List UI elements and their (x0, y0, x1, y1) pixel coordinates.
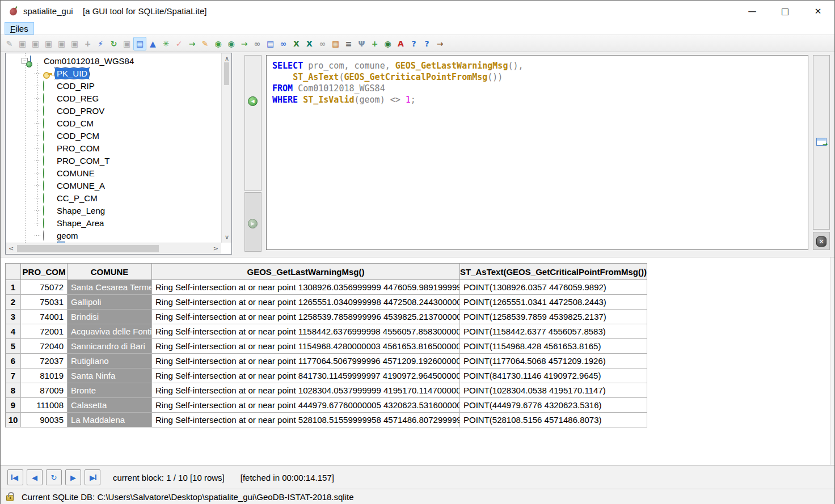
previous-block-button[interactable]: ◀ (27, 469, 43, 485)
column-header[interactable]: GEOS_GetLastWarningMsg() (152, 263, 460, 280)
point-cell[interactable]: POINT(1028304.0538 4195170.1147) (460, 383, 647, 398)
point-cell[interactable]: POINT(1154968.428 4561653.8165) (460, 339, 647, 354)
edit-sql-icon[interactable]: ✎ (199, 37, 212, 50)
warning-message-cell[interactable]: Ring Self-intersection at or near point … (152, 354, 460, 369)
help-icon[interactable]: ? (407, 37, 420, 50)
vector-add-icon[interactable]: + (368, 37, 381, 50)
db-attach-icon[interactable]: ▣ (55, 37, 68, 50)
scroll-left-icon[interactable]: < (9, 245, 14, 252)
point-cell[interactable]: POINT(1158442.6377 4556057.8583) (460, 324, 647, 339)
warning-message-cell[interactable]: Ring Self-intersection at or near point … (152, 339, 460, 354)
point-cell[interactable]: POINT(1265551.0341 4472508.2443) (460, 295, 647, 310)
execute-sql-script-icon[interactable]: → (185, 37, 199, 50)
map-preview-icon[interactable]: ▲ (146, 37, 159, 50)
import-spreadsheet-icon[interactable]: X (303, 37, 316, 50)
warning-message-cell[interactable]: Ring Self-intersection at or near point … (152, 369, 460, 383)
point-cell[interactable]: POINT(841730.1146 4190972.9645) (460, 369, 647, 383)
previous-query-button[interactable]: ◀ (248, 96, 258, 106)
comune-cell[interactable]: Santa Ninfa (68, 369, 152, 383)
tree-item-cod_pcm[interactable]: COD_PCM (35, 129, 101, 142)
comune-cell[interactable]: Calasetta (68, 398, 152, 413)
tree-hscroll-thumb[interactable] (17, 245, 159, 252)
close-button[interactable]: ✕ (802, 1, 834, 22)
point-cell[interactable]: POINT(1308926.0357 4476059.9892) (460, 280, 647, 295)
comune-cell[interactable]: Brindisi (68, 310, 152, 324)
column-header[interactable]: ST_AsText(GEOS_GetCriticalPointFromMsg()… (460, 263, 647, 280)
table-row[interactable]: 8 87009 Bronte Ring Self-intersection at… (5, 383, 647, 398)
sanitize-geometries-thumb-icon[interactable]: ✓ (172, 37, 185, 50)
images-stack-icon[interactable]: ▦ (329, 37, 342, 50)
comune-cell[interactable]: Sannicandro di Bari (68, 339, 152, 354)
tree-root-table[interactable]: − Com01012018_WGS84 (22, 54, 136, 67)
table-row[interactable]: 2 75031 Gallipoli Ring Self-intersection… (5, 295, 647, 310)
tree-item-shape_area[interactable]: Shape_Area (35, 217, 106, 229)
pro-com-cell[interactable]: 111008 (21, 398, 68, 413)
db-check-icon[interactable]: ▣ (68, 37, 81, 50)
tree-item-comune[interactable]: COMUNE (35, 167, 96, 179)
tree-item-cod_rip[interactable]: COD_RIP (35, 79, 96, 92)
connect-db-icon[interactable]: ✎ (3, 37, 16, 50)
pro-com-cell[interactable]: 87009 (21, 383, 68, 398)
tree-vertical-scrollbar[interactable]: ∧ ∨ (221, 53, 231, 243)
wfs-antenna-icon[interactable]: Ψ (355, 37, 368, 50)
column-header[interactable]: PRO_COM (21, 263, 68, 280)
scroll-right-icon[interactable]: > (213, 245, 218, 252)
column-header[interactable]: COMUNE (68, 263, 152, 280)
warning-message-cell[interactable]: Ring Self-intersection at or near point … (152, 310, 460, 324)
documents-link-icon[interactable]: ∞ (277, 37, 290, 50)
world-globe-icon[interactable]: ◉ (212, 37, 225, 50)
pro-com-cell[interactable]: 75031 (21, 295, 68, 310)
tree-item-shape_leng[interactable]: Shape_Leng (35, 204, 107, 217)
menu-files[interactable]: Files (5, 22, 34, 35)
tree-horizontal-scrollbar[interactable]: < > (6, 243, 221, 254)
next-query-button[interactable]: ▶ (248, 219, 258, 228)
pro-com-cell[interactable]: 72001 (21, 324, 68, 339)
tree-item-geom[interactable]: geom (35, 229, 80, 242)
link-chain-icon[interactable]: ∞ (316, 37, 329, 50)
warning-message-cell[interactable]: Ring Self-intersection at or near point … (152, 398, 460, 413)
table-row[interactable]: 5 72040 Sannicandro di Bari Ring Self-in… (5, 339, 647, 354)
comune-cell[interactable]: Rutigliano (68, 354, 152, 369)
tree-item-cod_cm[interactable]: COD_CM (35, 117, 95, 129)
first-block-button[interactable]: ◀ (7, 469, 23, 485)
table-row[interactable]: 9 111008 Calasetta Ring Self-intersectio… (5, 398, 647, 413)
memory-db-refresh-icon[interactable]: ↻ (107, 37, 120, 50)
comune-cell[interactable]: Bronte (68, 383, 152, 398)
pro-com-cell[interactable]: 81019 (21, 369, 68, 383)
disconnect-db-icon[interactable]: ⚡ (94, 37, 107, 50)
save-db-icon[interactable]: ▣ (29, 37, 42, 50)
comune-cell[interactable]: Gallipoli (68, 295, 152, 310)
memory-db-save-icon[interactable]: ▣ (120, 37, 133, 50)
comune-cell[interactable]: Santa Cesarea Terme (68, 280, 152, 295)
text-rows-icon[interactable]: ≡ (342, 37, 355, 50)
tree-item-cod_prov[interactable]: COD_PROV (35, 104, 106, 117)
tree-item-pk_uid[interactable]: PK_UID (35, 67, 89, 79)
document-link-icon[interactable]: ∞ (251, 37, 264, 50)
point-cell[interactable]: POINT(528108.5156 4571486.8073) (460, 413, 647, 427)
comune-cell[interactable]: Acquaviva delle Fonti (68, 324, 152, 339)
warning-message-cell[interactable]: Ring Self-intersection at or near point … (152, 413, 460, 427)
scroll-up-icon[interactable]: ∧ (225, 56, 229, 62)
execute-query-new-window-button[interactable] (816, 138, 826, 146)
minimize-button[interactable]: — (736, 1, 769, 22)
tree-item-pro_com[interactable]: PRO_COM (35, 142, 102, 154)
world-globe-link-icon[interactable]: ◉ (225, 37, 238, 50)
import-documents-icon[interactable]: ▤ (264, 37, 277, 50)
last-block-button[interactable]: ▶ (85, 469, 100, 485)
pro-com-cell[interactable]: 74001 (21, 310, 68, 324)
table-row[interactable]: 7 81019 Santa Ninfa Ring Self-intersecti… (5, 369, 647, 383)
results-vertical-scrollbar[interactable] (830, 257, 834, 465)
warning-message-cell[interactable]: Ring Self-intersection at or near point … (152, 280, 460, 295)
tree-item-cod_reg[interactable]: COD_REG (35, 92, 100, 104)
pro-com-cell[interactable]: 72040 (21, 339, 68, 354)
point-cell[interactable]: POINT(444979.6776 4320623.5316) (460, 398, 647, 413)
warning-message-cell[interactable]: Ring Self-intersection at or near point … (152, 383, 460, 398)
export-document-icon[interactable]: → (238, 37, 251, 50)
refresh-button[interactable]: ↻ (46, 469, 62, 485)
create-new-db-icon[interactable]: ▣ (16, 37, 29, 50)
charset-a-icon[interactable]: A (394, 37, 407, 50)
table-row[interactable]: 1 75072 Santa Cesarea Terme Ring Self-in… (5, 280, 647, 295)
exit-icon[interactable]: → (433, 37, 446, 50)
tree-item-pro_com_t[interactable]: PRO_COM_T (35, 154, 111, 167)
pro-com-cell[interactable]: 72037 (21, 354, 68, 369)
